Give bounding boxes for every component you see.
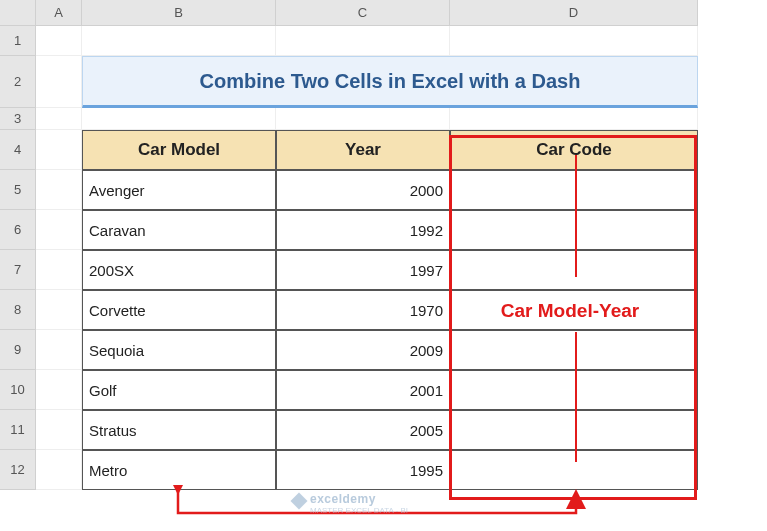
watermark-subtitle: MASTER EXCEL DATA - BI	[310, 506, 408, 515]
cell-year-10[interactable]: 2001	[276, 370, 450, 410]
cell-year-5[interactable]: 2000	[276, 170, 450, 210]
row-header-5[interactable]: 5	[0, 170, 36, 210]
row-header-9[interactable]: 9	[0, 330, 36, 370]
cell-year-11[interactable]: 2005	[276, 410, 450, 450]
row-header-12[interactable]: 12	[0, 450, 36, 490]
cell-model-8[interactable]: Corvette	[82, 290, 276, 330]
cell-d1[interactable]	[450, 26, 698, 56]
cell-code-12[interactable]	[450, 450, 698, 490]
cell-b1[interactable]	[82, 26, 276, 56]
spreadsheet-grid: A B C D 1 2 Combine Two Cells in Excel w…	[0, 0, 767, 490]
connector-arrows	[36, 485, 736, 531]
row-header-1[interactable]: 1	[0, 26, 36, 56]
row-header-11[interactable]: 11	[0, 410, 36, 450]
watermark-text: exceldemy	[310, 492, 376, 506]
row-header-7[interactable]: 7	[0, 250, 36, 290]
cell-a2[interactable]	[36, 56, 82, 108]
header-car-model[interactable]: Car Model	[82, 130, 276, 170]
cell-c1[interactable]	[276, 26, 450, 56]
title-cell[interactable]: Combine Two Cells in Excel with a Dash	[82, 56, 698, 108]
cell-code-7[interactable]	[450, 250, 698, 290]
cell-c3[interactable]	[276, 108, 450, 130]
cell-b3[interactable]	[82, 108, 276, 130]
cell-year-6[interactable]: 1992	[276, 210, 450, 250]
cell-a6[interactable]	[36, 210, 82, 250]
cell-model-5[interactable]: Avenger	[82, 170, 276, 210]
cell-a3[interactable]	[36, 108, 82, 130]
cell-year-7[interactable]: 1997	[276, 250, 450, 290]
cell-year-12[interactable]: 1995	[276, 450, 450, 490]
row-header-6[interactable]: 6	[0, 210, 36, 250]
col-header-c[interactable]: C	[276, 0, 450, 26]
cell-code-9[interactable]	[450, 330, 698, 370]
cell-a1[interactable]	[36, 26, 82, 56]
row-header-3[interactable]: 3	[0, 108, 36, 130]
col-header-b[interactable]: B	[82, 0, 276, 26]
cell-a4[interactable]	[36, 130, 82, 170]
watermark-logo-icon	[291, 493, 308, 510]
cell-code-10[interactable]	[450, 370, 698, 410]
cell-a7[interactable]	[36, 250, 82, 290]
header-year[interactable]: Year	[276, 130, 450, 170]
cell-code-11[interactable]	[450, 410, 698, 450]
cell-code-6[interactable]	[450, 210, 698, 250]
cell-a10[interactable]	[36, 370, 82, 410]
col-header-a[interactable]: A	[36, 0, 82, 26]
cell-code-5[interactable]	[450, 170, 698, 210]
row-header-4[interactable]: 4	[0, 130, 36, 170]
cell-model-10[interactable]: Golf	[82, 370, 276, 410]
cell-model-6[interactable]: Caravan	[82, 210, 276, 250]
cell-model-11[interactable]: Stratus	[82, 410, 276, 450]
cell-a8[interactable]	[36, 290, 82, 330]
cell-year-8[interactable]: 1970	[276, 290, 450, 330]
header-car-code[interactable]: Car Code	[450, 130, 698, 170]
col-header-d[interactable]: D	[450, 0, 698, 26]
cell-a9[interactable]	[36, 330, 82, 370]
select-all-corner[interactable]	[0, 0, 36, 26]
cell-a12[interactable]	[36, 450, 82, 490]
cell-code-8[interactable]	[450, 290, 698, 330]
cell-year-9[interactable]: 2009	[276, 330, 450, 370]
cell-a11[interactable]	[36, 410, 82, 450]
cell-a5[interactable]	[36, 170, 82, 210]
cell-model-9[interactable]: Sequoia	[82, 330, 276, 370]
row-header-8[interactable]: 8	[0, 290, 36, 330]
cell-model-7[interactable]: 200SX	[82, 250, 276, 290]
cell-model-12[interactable]: Metro	[82, 450, 276, 490]
row-header-2[interactable]: 2	[0, 56, 36, 108]
row-header-10[interactable]: 10	[0, 370, 36, 410]
cell-d3[interactable]	[450, 108, 698, 130]
